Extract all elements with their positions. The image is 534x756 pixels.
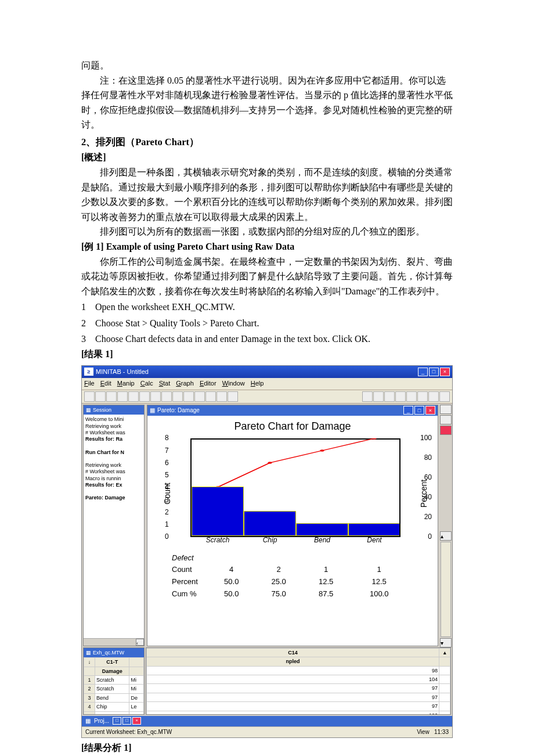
y-tick-left: 7 [165,445,169,456]
worksheet-grid[interactable]: ↓C1-TDamage1ScratchMi2ScratchMi3BendDe4C… [84,657,144,714]
chart-close-button[interactable]: × [425,406,435,415]
toolbar-button[interactable] [205,391,216,402]
session-scrollbar[interactable]: ‹ [84,638,144,646]
toolbar-button[interactable] [362,391,373,402]
minimize-button[interactable]: _ [418,368,428,376]
bar [192,487,244,536]
session-line: Macro is runnin [85,476,142,482]
heading-result1: [结果 1] [81,347,453,362]
menu-item-editor[interactable]: Editor [200,379,217,389]
y-tick-left: 2 [165,507,169,518]
maximize-button[interactable]: □ [429,368,439,376]
scroll-arrow-icon[interactable]: ‹ [136,639,144,646]
session-line: Retrieving work [85,462,142,469]
proj-restore-button[interactable]: □ [113,717,121,725]
toolbar-button[interactable] [106,391,117,402]
minitab-icon: ≥ [84,368,93,376]
x-tick: Dent [367,535,381,546]
project-bar[interactable]: ▦ Proj... □ □ × [82,716,452,726]
menu-item-manip[interactable]: Manip [117,379,135,389]
menu-item-file[interactable]: File [84,379,95,389]
bar [244,511,296,536]
menu-item-graph[interactable]: Graph [176,379,194,389]
y-tick-right: 40 [424,492,432,503]
y-tick-left: 0 [165,531,169,542]
menu-item-calc[interactable]: Calc [140,379,153,389]
y-tick-right: 60 [424,472,432,483]
toolbar-button[interactable] [406,391,417,402]
toolbar-button[interactable] [373,391,384,402]
x-tick: Scratch [206,535,230,546]
menu-item-help[interactable]: Help [251,379,264,389]
toolbar-button[interactable] [161,391,172,402]
worksheet-area: ▦ Exh_qc.MTW ↓C1-TDamage1ScratchMi2Scrat… [82,647,452,716]
toolbar-button[interactable] [95,391,106,402]
minimize-button[interactable] [440,405,452,414]
chart-titlebar[interactable]: ▦ Pareto: Damage _ □ × [147,405,438,416]
proj-maximize-button[interactable]: □ [122,717,131,725]
statusbar: Current Worksheet: Exh_qc.MTW View 11:33 [82,726,452,737]
toolbar-button[interactable] [139,391,150,402]
session-doc-icon: ▦ [86,406,91,414]
chart-plot-area: ScratchChipBendDent Count Percent 012345… [176,438,414,549]
worksheet-titlebar[interactable]: ▦ Exh_qc.MTW [84,648,144,657]
chart-maximize-button[interactable]: □ [414,406,424,415]
toolbar-button[interactable] [84,391,95,402]
session-body: Welcome to MiniRetrieving work# Workshee… [84,415,144,638]
paragraph: 你所工作的公司制造金属书架。在最终检查中，一定数量的书架因为划伤、裂片、弯曲或花… [81,254,453,299]
scrollbar[interactable] [441,542,451,637]
toolbar-button[interactable] [117,391,128,402]
y-tick-left: 4 [165,482,169,493]
toolbar-button[interactable] [439,391,450,402]
menu-item-stat[interactable]: Stat [159,379,171,389]
maximize-button[interactable] [440,415,452,424]
menu-item-edit[interactable]: Edit [100,379,111,389]
toolbar-button[interactable] [172,391,183,402]
session-titlebar[interactable]: ▦ Session [84,405,144,415]
scroll-up-icon[interactable]: ▴ [440,531,452,541]
toolbar-button[interactable] [128,391,139,402]
session-line: Pareto: Damage [85,495,142,501]
session-line: Retrieving work [85,423,142,430]
session-line: Welcome to Mini [85,416,142,423]
y-tick-left: 8 [165,433,169,444]
heading-pareto: 2、排列图（Pareto Chart） [81,135,453,150]
x-tick: Bend [314,535,330,546]
session-window[interactable]: ▦ Session Welcome to MiniRetrieving work… [83,405,145,646]
toolbar-button[interactable] [150,391,161,402]
worksheet-doc-icon: ▦ [86,649,91,657]
worksheet-window[interactable]: ▦ Exh_qc.MTW ↓C1-TDamage1ScratchMi2Scrat… [83,647,145,715]
step-item: 3Choose Chart defects data in and enter … [81,332,453,347]
session-line: # Worksheet was [85,469,142,475]
y-tick-left: 3 [165,494,169,505]
toolbar-button[interactable] [417,391,428,402]
session-line: # Worksheet was [85,430,142,436]
toolbar [82,390,452,404]
session-line: Results for: Ex [85,482,142,488]
menubar: FileEditManipCalcStatGraphEditorWindowHe… [82,378,452,390]
right-rail: ▴ ▾ [439,404,452,647]
chart-minimize-button[interactable]: _ [403,406,413,415]
session-title-text: Session [93,406,111,414]
close-button[interactable]: × [440,368,450,376]
toolbar-button[interactable] [228,391,238,402]
heading-analysis1: [结果分析 1] [81,740,453,755]
scroll-down-icon[interactable]: ▾ [440,638,452,647]
worksheet-right-pane[interactable]: C14▴npled9810497979710210410155▾ [146,647,451,715]
svg-point-3 [372,438,376,440]
heading-example1: [例 1] Example of using Pareto Chart usin… [81,239,453,254]
toolbar-button[interactable] [183,391,194,402]
y-tick-right: 20 [424,512,432,523]
toolbar-button[interactable] [194,391,205,402]
close-button[interactable] [440,426,452,435]
status-view: View [417,729,430,735]
toolbar-button[interactable] [384,391,395,402]
y-tick-left: 1 [165,519,169,530]
proj-close-button[interactable]: × [132,717,141,725]
bar [348,523,400,535]
menu-item-window[interactable]: Window [222,379,245,389]
toolbar-button[interactable] [395,391,406,402]
window-titlebar[interactable]: ≥ MINITAB - Untitled _ □ × [82,366,452,379]
toolbar-button[interactable] [217,391,227,402]
toolbar-button[interactable] [428,391,439,402]
